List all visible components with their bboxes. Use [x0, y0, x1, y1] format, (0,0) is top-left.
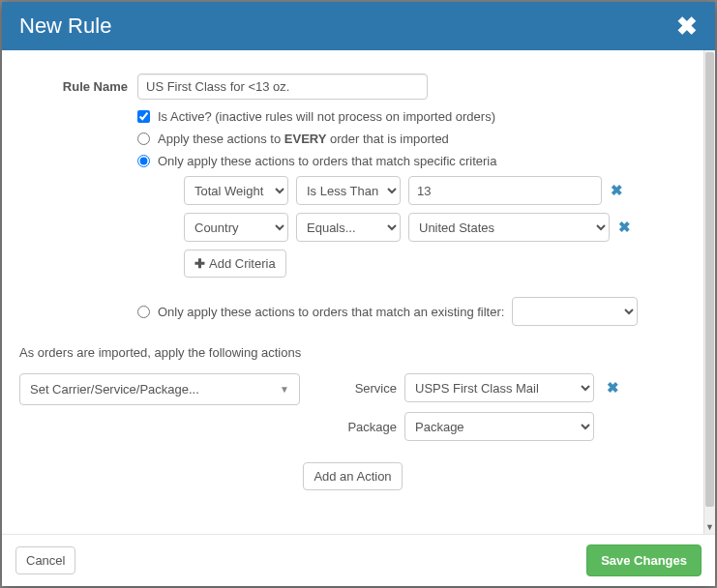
- apply-criteria-label: Only apply these actions to orders that …: [158, 154, 496, 168]
- rule-name-input[interactable]: [137, 74, 428, 100]
- add-action-button[interactable]: Add an Action: [303, 462, 402, 490]
- rule-name-row: Rule Name: [19, 74, 686, 100]
- close-icon[interactable]: ✖: [676, 14, 698, 39]
- apply-filter-row: Only apply these actions to orders that …: [137, 297, 686, 326]
- actions-intro-text: As orders are imported, apply the follow…: [19, 345, 686, 360]
- chevron-down-icon: ▼: [280, 384, 289, 395]
- existing-filter-select[interactable]: [512, 297, 638, 326]
- action-type-select[interactable]: Set Carrier/Service/Package... ▼: [19, 373, 300, 405]
- service-select[interactable]: USPS First Class Mail: [404, 373, 594, 402]
- remove-criteria-icon[interactable]: ✖: [617, 219, 631, 236]
- scroll-thumb[interactable]: [705, 52, 714, 507]
- criteria-row: Country Equals... United States ✖: [184, 213, 686, 242]
- package-label: Package: [319, 420, 397, 434]
- scroll-down-arrow-icon[interactable]: ▼: [704, 522, 715, 534]
- action-params: Service USPS First Class Mail ✖ Package …: [319, 373, 619, 441]
- save-changes-button[interactable]: Save Changes: [586, 544, 702, 576]
- cancel-button[interactable]: Cancel: [15, 546, 75, 574]
- is-active-checkbox[interactable]: [137, 110, 150, 123]
- cancel-label: Cancel: [26, 553, 65, 568]
- modal-body[interactable]: Rule Name Is Active? (inactive rules wil…: [2, 50, 703, 534]
- criteria-block: Total Weight Is Less Than ✖ Country Equa…: [184, 176, 686, 278]
- apply-every-row: Apply these actions to EVERY order that …: [137, 132, 686, 146]
- apply-filter-radio[interactable]: [137, 306, 150, 318]
- criteria-value-input[interactable]: [408, 176, 602, 205]
- apply-criteria-row: Only apply these actions to orders that …: [137, 154, 686, 168]
- apply-every-label-post: order that is imported: [326, 132, 448, 146]
- apply-every-label-pre: Apply these actions to: [158, 132, 284, 146]
- apply-every-radio[interactable]: [137, 132, 150, 145]
- is-active-label: Is Active? (inactive rules will not proc…: [158, 109, 495, 124]
- rule-name-label: Rule Name: [19, 79, 137, 94]
- apply-filter-label: Only apply these actions to orders that …: [158, 305, 504, 319]
- add-criteria-button[interactable]: ✚ Add Criteria: [184, 250, 286, 278]
- criteria-value-select[interactable]: United States: [408, 213, 610, 242]
- apply-criteria-radio[interactable]: [137, 155, 150, 167]
- package-select[interactable]: Package: [404, 412, 594, 441]
- modal-title: New Rule: [19, 14, 111, 39]
- criteria-operator-select[interactable]: Equals...: [296, 213, 401, 242]
- modal-body-wrap: Rule Name Is Active? (inactive rules wil…: [2, 50, 715, 534]
- rule-name-ctl: [137, 74, 686, 100]
- criteria-field-select[interactable]: Total Weight: [184, 176, 288, 205]
- plus-icon: ✚: [194, 256, 205, 271]
- add-action-wrap: Add an Action: [19, 462, 686, 490]
- service-label: Service: [319, 381, 397, 396]
- remove-criteria-icon[interactable]: ✖: [610, 182, 623, 199]
- vertical-scrollbar[interactable]: ▲ ▼: [703, 50, 715, 534]
- action-row: Set Carrier/Service/Package... ▼ Service…: [19, 373, 686, 441]
- apply-every-label: Apply these actions to EVERY order that …: [158, 132, 449, 146]
- action-type-label: Set Carrier/Service/Package...: [30, 382, 199, 397]
- add-criteria-label: Add Criteria: [209, 256, 276, 271]
- add-action-label: Add an Action: [314, 469, 391, 484]
- criteria-operator-select[interactable]: Is Less Than: [296, 176, 401, 205]
- modal-header: New Rule ✖: [2, 2, 715, 50]
- remove-action-icon[interactable]: ✖: [606, 379, 619, 397]
- criteria-row: Total Weight Is Less Than ✖: [184, 176, 686, 205]
- criteria-field-select[interactable]: Country: [184, 213, 288, 242]
- save-label: Save Changes: [601, 553, 687, 568]
- modal-footer: Cancel Save Changes: [2, 534, 715, 586]
- new-rule-modal: New Rule ✖ Rule Name Is Active? (inactiv…: [2, 2, 715, 586]
- is-active-row: Is Active? (inactive rules will not proc…: [137, 109, 686, 124]
- apply-every-label-strong: EVERY: [284, 132, 327, 146]
